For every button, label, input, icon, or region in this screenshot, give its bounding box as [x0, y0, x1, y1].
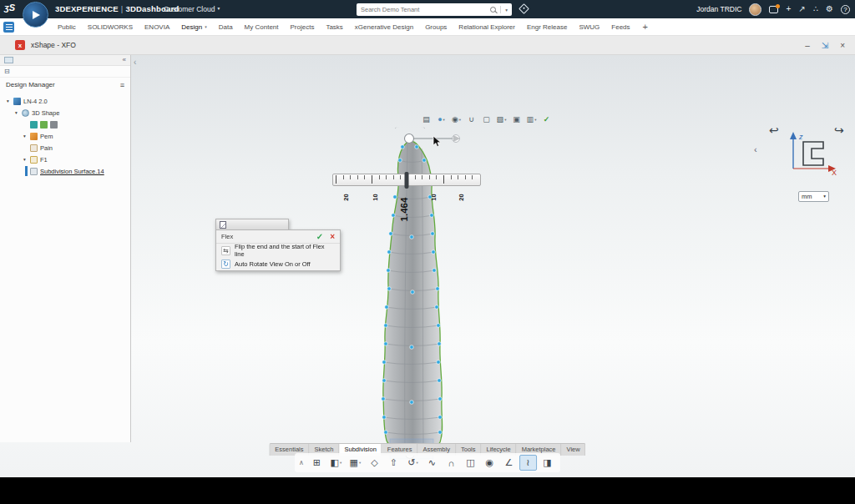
- magnet-icon[interactable]: ∪: [465, 113, 478, 125]
- select-box-tool[interactable]: ⊞: [308, 455, 326, 471]
- tree-item-subdivision-surface[interactable]: Subdivision Surface.14: [0, 165, 130, 177]
- validate-icon[interactable]: ✓: [540, 113, 553, 125]
- caret-down-icon: ▾: [340, 461, 341, 465]
- tree-item-f1[interactable]: ▾ F1: [0, 154, 130, 165]
- expander-icon[interactable]: ▾: [22, 157, 28, 162]
- sweep-tool[interactable]: ∿: [423, 455, 441, 471]
- flex-option-auto-rotate[interactable]: ↻ Auto Rotate View On or Off: [216, 257, 340, 270]
- collaborate-icon[interactable]: ∴: [813, 5, 818, 13]
- tree-view-icon[interactable]: ⊟: [4, 68, 10, 75]
- tab-tasks[interactable]: Tasks: [320, 18, 348, 36]
- tree-item-representations[interactable]: [0, 118, 130, 130]
- ruler-handle[interactable]: [405, 172, 409, 189]
- tab-view[interactable]: View: [562, 444, 585, 456]
- tab-swug[interactable]: SWUG: [573, 18, 605, 36]
- glyph: ∪: [468, 115, 474, 123]
- confirm-icon[interactable]: ✓: [316, 232, 323, 241]
- section-icon[interactable]: ▤: [420, 113, 433, 125]
- expand-icon[interactable]: ⇲: [822, 42, 828, 50]
- ruler-label: 20: [458, 194, 465, 200]
- tree-item-pem[interactable]: ▾ Pem: [0, 130, 130, 142]
- tenant-switcher[interactable]: Customer Cloud▾: [164, 5, 220, 13]
- tab-my-content[interactable]: My Content: [239, 18, 285, 36]
- tree-item-pain[interactable]: Pain: [0, 142, 130, 154]
- tree-item-root[interactable]: ▾ LN-4 2.0: [0, 95, 130, 107]
- expand-action-bar-icon[interactable]: ∧: [299, 459, 304, 466]
- avatar[interactable]: [749, 3, 761, 16]
- panel-menu-icon[interactable]: ≡: [120, 81, 124, 89]
- weld-tool[interactable]: ◉: [481, 455, 498, 471]
- tab-public[interactable]: Public: [52, 18, 82, 36]
- tab-groups[interactable]: Groups: [419, 18, 453, 36]
- revolve-tool[interactable]: ↺▾: [404, 455, 422, 471]
- tab-design[interactable]: Design▾: [175, 18, 212, 36]
- app-title-bar: x xShape - XFO – ⇲ ×: [0, 36, 855, 55]
- flex-tool[interactable]: ≀: [519, 455, 537, 471]
- flex-manipulator-knob[interactable]: [453, 135, 460, 143]
- lattice-tool[interactable]: ▦▾: [347, 455, 364, 471]
- split-tool[interactable]: ◫: [462, 455, 479, 471]
- bounding-box-icon[interactable]: ▢: [480, 113, 493, 125]
- add-tab-button[interactable]: +: [636, 22, 655, 32]
- symmetry-tool[interactable]: ◨: [539, 455, 556, 471]
- tab-xgenerative-design[interactable]: xGenerative Design: [349, 18, 419, 36]
- design-manager-panel: « ⊟ Design Manager ≡ ▾ LN-4 2.0 ▾ 3D Sha…: [0, 55, 131, 442]
- xshape-app-icon: x: [15, 40, 25, 50]
- 3dexperience-compass[interactable]: [23, 2, 48, 28]
- tools-icon[interactable]: ⚙: [826, 5, 833, 13]
- tab-projects[interactable]: Projects: [285, 18, 321, 36]
- representation-icon-1[interactable]: [30, 121, 38, 129]
- bridge-tool[interactable]: ∩: [443, 455, 460, 471]
- collapse-right-panel-icon[interactable]: ‹: [754, 144, 757, 154]
- chevron-down-icon: ▾: [217, 7, 220, 12]
- search-icon[interactable]: [490, 7, 496, 13]
- tab-engr-release[interactable]: Engr Release: [521, 18, 573, 36]
- face-edit-tool[interactable]: ◇: [366, 455, 383, 471]
- help-icon[interactable]: ?: [841, 5, 850, 14]
- tab-enovia[interactable]: ENOVIA: [139, 18, 175, 36]
- expander-icon[interactable]: ▾: [5, 98, 11, 103]
- crease-tool[interactable]: ∠: [500, 455, 518, 471]
- chevron-down-icon: ▾: [205, 24, 207, 29]
- representation-icon-3[interactable]: [50, 121, 58, 129]
- top-bar: ʒS 3DEXPERIENCE|3DDashboard Customer Clo…: [0, 0, 855, 18]
- search-options-caret-icon[interactable]: ▾: [505, 8, 508, 13]
- tab-relational-explorer[interactable]: Relational Explorer: [453, 18, 521, 36]
- panel-tab-icon[interactable]: [4, 57, 13, 63]
- preferences-icon[interactable]: ▥▾: [525, 113, 538, 125]
- notifications-icon[interactable]: [769, 6, 778, 13]
- add-icon[interactable]: +: [786, 5, 791, 13]
- share-icon[interactable]: ↗: [798, 5, 805, 13]
- tab-data[interactable]: Data: [213, 18, 239, 36]
- tab-label: Tasks: [326, 23, 342, 31]
- shading-sphere-icon[interactable]: ●▾: [435, 113, 448, 125]
- flex-option-label: Auto Rotate View On or Off: [235, 260, 311, 268]
- user-name[interactable]: Jordan TRDIC: [696, 5, 741, 13]
- app-launcher-icon[interactable]: [3, 22, 14, 33]
- flex-option-flip[interactable]: ⇆ Flip the end and the start of Flex lin…: [216, 244, 340, 257]
- render-style-icon[interactable]: ▧▾: [495, 113, 508, 125]
- close-icon[interactable]: ×: [840, 42, 845, 50]
- tree-item-3d-shape[interactable]: ▾ 3D Shape: [0, 107, 130, 118]
- previous-view-icon[interactable]: ↩: [769, 123, 779, 137]
- collapse-panel-icon[interactable]: «: [123, 57, 126, 63]
- flex-dialog-header[interactable]: [215, 219, 289, 229]
- minimize-icon[interactable]: –: [805, 42, 810, 50]
- tag-icon[interactable]: [519, 3, 529, 14]
- visibility-icon[interactable]: ◉▾: [450, 113, 463, 125]
- expander-icon[interactable]: ▾: [22, 134, 28, 139]
- search-input[interactable]: [361, 6, 486, 13]
- cancel-icon[interactable]: ×: [330, 232, 335, 241]
- capture-icon[interactable]: ▣: [510, 113, 523, 125]
- units-dropdown[interactable]: mm ▾: [798, 191, 829, 202]
- flex-ruler[interactable]: [332, 174, 481, 186]
- primitives-tool[interactable]: ◧▾: [327, 455, 345, 471]
- flex-handle-top[interactable]: [405, 134, 414, 144]
- representation-icon-2[interactable]: [40, 121, 48, 129]
- axis-triad[interactable]: z X: [782, 130, 848, 176]
- extrude-tool[interactable]: ⇧: [385, 455, 402, 471]
- tab-feeds[interactable]: Feeds: [605, 18, 635, 36]
- tab-solidworks[interactable]: SOLIDWORKS: [82, 18, 139, 36]
- collapse-left-panel-icon[interactable]: ‹: [134, 58, 136, 67]
- expander-icon[interactable]: ▾: [13, 110, 19, 115]
